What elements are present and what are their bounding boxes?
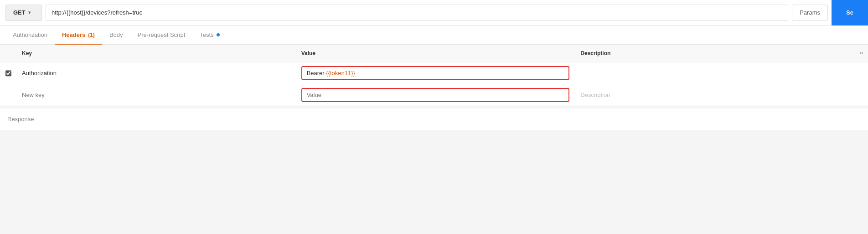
tab-authorization-label: Authorization [13, 31, 47, 38]
headers-table: Key Value Description •• Authorization B… [0, 45, 868, 106]
new-row-value-col [296, 84, 575, 106]
row-value-text: Bearer {{token11}} [307, 70, 355, 76]
tab-tests-label: Tests [200, 31, 213, 38]
row-key-value: Authorization [22, 70, 57, 76]
new-row-checkbox-col [0, 92, 16, 99]
method-label: GET [13, 9, 26, 16]
params-button[interactable]: Params [792, 5, 828, 21]
url-input[interactable] [46, 5, 788, 21]
new-key-input[interactable] [22, 92, 290, 98]
new-row-actions-col [854, 92, 868, 99]
row-value-prefix: Bearer [307, 70, 326, 76]
table-header-dots: •• [854, 48, 868, 58]
row-checkbox[interactable] [5, 70, 11, 76]
table-header-description: Description [575, 48, 854, 58]
value-highlighted-box: Bearer {{token11}} [301, 66, 570, 80]
chevron-down-icon: ▾ [28, 10, 31, 15]
tab-authorization[interactable]: Authorization [5, 25, 55, 45]
table-header-key: Key [16, 48, 296, 58]
table-header-checkbox-col [0, 48, 16, 58]
tab-headers-badge: (1) [88, 32, 95, 38]
url-bar: GET ▾ Params Se [0, 0, 868, 25]
response-label: Response [7, 116, 34, 122]
row-description-col [575, 70, 854, 77]
new-value-highlighted-box [301, 88, 570, 102]
tabs-bar: Authorization Headers (1) Body Pre-reque… [0, 25, 868, 45]
tab-headers[interactable]: Headers (1) [55, 25, 102, 45]
new-key-row: Description [0, 84, 868, 106]
row-key-col: Authorization [16, 66, 296, 80]
tab-pre-request-label: Pre-request Script [138, 31, 186, 38]
tab-tests[interactable]: Tests [192, 25, 227, 45]
new-row-description-col: Description [575, 88, 854, 102]
row-checkbox-col [0, 66, 16, 80]
table-row: Authorization Bearer {{token11}} [0, 62, 868, 84]
new-description-placeholder: Description [580, 92, 610, 98]
table-header-value: Value [296, 48, 575, 58]
tab-body-label: Body [109, 31, 123, 38]
row-actions-col [854, 70, 868, 77]
new-value-input[interactable] [307, 92, 564, 98]
response-section: Response [0, 108, 868, 130]
row-value-variable: {{token11}} [326, 70, 355, 76]
tab-headers-label: Headers [62, 31, 85, 38]
method-selector[interactable]: GET ▾ [5, 5, 42, 21]
tab-pre-request[interactable]: Pre-request Script [130, 25, 193, 45]
tab-body[interactable]: Body [102, 25, 130, 45]
table-header-row: Key Value Description •• [0, 45, 868, 62]
tab-tests-dot [217, 33, 220, 36]
new-row-key-col [16, 88, 296, 102]
send-button[interactable]: Se [832, 0, 868, 25]
row-value-col: Bearer {{token11}} [296, 62, 575, 84]
